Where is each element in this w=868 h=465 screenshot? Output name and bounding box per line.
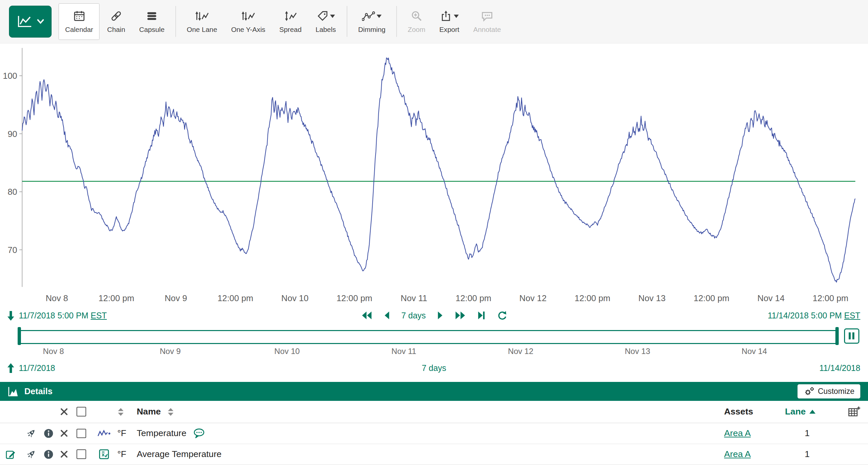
up-arrow-icon[interactable] bbox=[7, 363, 15, 374]
svg-text:100: 100 bbox=[3, 71, 17, 80]
range-tick-label: Nov 11 bbox=[392, 347, 416, 356]
svg-text:12:00 pm: 12:00 pm bbox=[813, 294, 849, 303]
investigate-start[interactable]: 11/7/2018 bbox=[19, 363, 55, 373]
toolbar-label-one-lane: One Lane bbox=[187, 26, 217, 34]
toolbar-separator bbox=[175, 6, 176, 37]
details-table-header: Name Assets Lane bbox=[0, 401, 868, 424]
toolbar-label-one-y-axis: One Y-Axis bbox=[231, 26, 266, 34]
rocket-icon[interactable] bbox=[21, 428, 41, 439]
export-icon bbox=[440, 10, 452, 22]
svg-text:Nov 12: Nov 12 bbox=[519, 294, 547, 303]
investigate-range-row: 11/7/2018 7 days 11/14/2018 bbox=[0, 359, 868, 377]
range-tick-label: Nov 10 bbox=[275, 347, 300, 356]
remove-all-icon[interactable] bbox=[57, 408, 72, 416]
capsule-icon bbox=[146, 10, 158, 22]
asset-link[interactable]: Area A bbox=[724, 449, 751, 459]
remove-icon[interactable] bbox=[57, 451, 72, 458]
display-range-start[interactable]: 11/7/2018 5:00 PM EST bbox=[19, 311, 107, 321]
range-selector-track[interactable] bbox=[19, 330, 837, 344]
svg-text:Nov 13: Nov 13 bbox=[639, 294, 666, 303]
chevron-down-icon bbox=[330, 14, 335, 18]
step-forward-icon[interactable] bbox=[437, 310, 443, 321]
step-back-icon[interactable] bbox=[383, 310, 390, 321]
skip-end-icon[interactable] bbox=[477, 310, 486, 321]
display-range-duration[interactable]: 7 days bbox=[401, 311, 426, 321]
details-panel-header: Details Customize bbox=[0, 382, 868, 401]
toolbar-button-dimming[interactable]: Dimming bbox=[352, 3, 392, 40]
refresh-icon[interactable] bbox=[497, 310, 507, 321]
item-name[interactable]: Average Temperature bbox=[137, 449, 222, 459]
toolbar-label-spread: Spread bbox=[279, 26, 302, 34]
range-selector: Nov 8Nov 9Nov 10Nov 11Nov 12Nov 13Nov 14 bbox=[0, 325, 868, 359]
range-handle-icon[interactable] bbox=[844, 328, 859, 344]
toolbar-label-dimming: Dimming bbox=[358, 26, 385, 34]
range-handle-left[interactable] bbox=[18, 327, 21, 345]
one-lane-icon bbox=[195, 10, 209, 22]
down-arrow-icon[interactable] bbox=[7, 310, 15, 321]
svg-text:x: x bbox=[102, 452, 105, 457]
info-icon[interactable] bbox=[41, 428, 57, 438]
toolbar-button-calendar[interactable]: Calendar bbox=[59, 3, 99, 40]
customize-gears-icon bbox=[803, 386, 814, 396]
table-row-temperature[interactable]: °F Temperature Area A 1 bbox=[0, 423, 868, 444]
annotate-icon bbox=[481, 10, 493, 22]
display-range-end[interactable]: 11/14/2018 5:00 PM EST bbox=[768, 311, 860, 321]
toolbar-label-capsule: Capsule bbox=[139, 26, 164, 34]
toolbar-button-one-lane[interactable]: One Lane bbox=[180, 3, 224, 40]
annotation-icon[interactable] bbox=[193, 428, 205, 439]
investigate-end[interactable]: 11/14/2018 bbox=[819, 363, 860, 373]
customize-button[interactable]: Customize bbox=[798, 384, 860, 399]
column-header-assets[interactable]: Assets bbox=[724, 406, 785, 417]
svg-text:12:00 pm: 12:00 pm bbox=[456, 294, 491, 303]
toolbar-label-calendar: Calendar bbox=[65, 26, 93, 34]
spread-icon bbox=[284, 10, 297, 22]
edit-icon[interactable] bbox=[0, 449, 21, 460]
trend-chart[interactable]: 100908070Nov 812:00 pmNov 912:00 pmNov 1… bbox=[0, 43, 868, 306]
sort-icon[interactable] bbox=[167, 407, 174, 417]
item-name[interactable]: Temperature bbox=[137, 428, 186, 438]
svg-text:12:00 pm: 12:00 pm bbox=[694, 294, 730, 303]
table-row-average-temperature[interactable]: x °F Average Temperature Area A 1 bbox=[0, 444, 868, 465]
range-handle-right[interactable] bbox=[835, 327, 839, 345]
row-checkbox[interactable] bbox=[76, 450, 86, 459]
range-tick-label: Nov 14 bbox=[742, 347, 767, 356]
sort-icon[interactable] bbox=[118, 407, 132, 417]
toolbar-button-spread[interactable]: Spread bbox=[273, 3, 308, 40]
toolbar: Calendar Chain Capsule One Lane On bbox=[0, 0, 868, 43]
view-selector-button[interactable] bbox=[9, 6, 52, 38]
toolbar-button-labels[interactable]: Labels bbox=[309, 3, 342, 40]
timezone-link[interactable]: EST bbox=[844, 311, 860, 320]
unit-label: °F bbox=[118, 428, 132, 438]
trend-logo-icon bbox=[16, 14, 33, 29]
fast-forward-icon[interactable] bbox=[455, 310, 466, 321]
svg-text:12:00 pm: 12:00 pm bbox=[337, 294, 373, 303]
remove-icon[interactable] bbox=[57, 429, 72, 437]
column-header-name[interactable]: Name bbox=[137, 406, 161, 417]
toolbar-button-chain[interactable]: Chain bbox=[101, 3, 132, 40]
select-all-checkbox[interactable] bbox=[76, 407, 86, 417]
trend-chart-area[interactable]: 100908070Nov 812:00 pmNov 912:00 pmNov 1… bbox=[0, 43, 868, 306]
fast-back-icon[interactable] bbox=[361, 310, 373, 321]
toolbar-button-one-y-axis[interactable]: One Y-Axis bbox=[224, 3, 272, 40]
toolbar-separator bbox=[347, 6, 347, 37]
rocket-icon[interactable] bbox=[21, 449, 41, 460]
toolbar-button-capsule[interactable]: Capsule bbox=[133, 3, 171, 40]
table-add-icon[interactable] bbox=[829, 406, 868, 417]
chevron-down-icon bbox=[377, 14, 381, 18]
row-checkbox[interactable] bbox=[76, 429, 86, 438]
toolbar-button-export[interactable]: Export bbox=[433, 3, 466, 40]
svg-text:70: 70 bbox=[8, 245, 17, 254]
chain-icon bbox=[110, 10, 122, 22]
timezone-link[interactable]: EST bbox=[91, 311, 107, 320]
labels-icon bbox=[316, 10, 329, 22]
customize-label: Customize bbox=[818, 387, 855, 396]
range-tick-label: Nov 9 bbox=[160, 347, 181, 356]
svg-text:90: 90 bbox=[8, 129, 17, 138]
info-icon[interactable] bbox=[41, 450, 57, 459]
details-title: Details bbox=[24, 387, 53, 396]
asset-link[interactable]: Area A bbox=[724, 428, 751, 438]
chevron-down-icon bbox=[37, 19, 44, 24]
toolbar-label-zoom: Zoom bbox=[408, 26, 425, 34]
column-header-lane[interactable]: Lane bbox=[785, 406, 806, 417]
investigate-duration[interactable]: 7 days bbox=[422, 363, 446, 373]
